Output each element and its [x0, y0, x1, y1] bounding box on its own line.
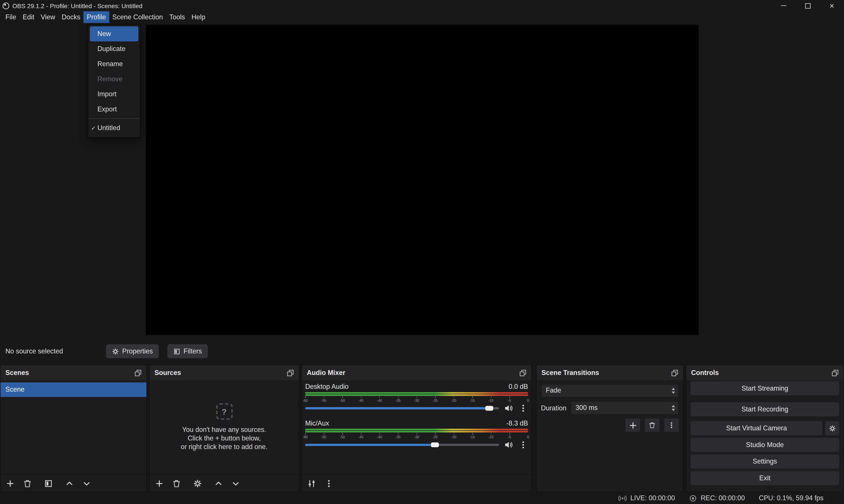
chevron-down-icon: [672, 392, 675, 394]
menu-item-duplicate[interactable]: Duplicate: [88, 41, 140, 56]
meter-scale: -60 -55 -50 -45 -40 -35 -30 -25 -20 -15 …: [305, 398, 528, 403]
add-scene-button[interactable]: [5, 479, 15, 488]
popout-icon[interactable]: [832, 369, 839, 376]
gear-icon: [112, 348, 119, 355]
audio-mixer-body: Desktop Audio 0.0 dB -60 -55 -50 -45 -40…: [302, 380, 531, 449]
sources-empty-area[interactable]: ? You don't have any sources. Click the …: [150, 380, 299, 474]
chevron-up-icon: [65, 479, 74, 487]
scene-list-item[interactable]: Scene: [0, 382, 146, 397]
audio-mixer-title: Audio Mixer: [307, 369, 345, 377]
titlebar[interactable]: OBS 29.1.2 - Profile: Untitled - Scenes:…: [0, 0, 844, 11]
duration-label: Duration: [541, 404, 567, 412]
source-status-label: No source selected: [5, 342, 63, 360]
checkmark-icon: ✓: [91, 121, 96, 136]
gear-icon: [193, 479, 202, 487]
menu-docks[interactable]: Docks: [58, 11, 84, 23]
source-properties-button[interactable]: [193, 479, 202, 488]
rec-time: REC: 00:00:00: [701, 494, 745, 502]
spin-arrows[interactable]: [672, 402, 675, 414]
scene-filters-button[interactable]: [43, 479, 53, 488]
select-arrows[interactable]: [672, 385, 675, 397]
duration-spinbox[interactable]: 300 ms: [571, 401, 679, 415]
tick-label: -50: [340, 398, 345, 402]
virtual-camera-config-button[interactable]: [825, 421, 839, 435]
mute-button[interactable]: [504, 440, 514, 450]
menu-scene-collection[interactable]: Scene Collection: [109, 11, 166, 23]
menu-file[interactable]: File: [2, 11, 20, 23]
slider-fill: [305, 407, 489, 410]
menu-item-import[interactable]: Import: [88, 87, 140, 102]
source-move-up-button[interactable]: [214, 479, 223, 488]
remove-source-button[interactable]: [172, 479, 181, 488]
controls-dock: Controls Start Streaming Start Recording…: [686, 365, 844, 492]
volume-slider[interactable]: [305, 404, 499, 413]
kebab-icon: [324, 479, 333, 487]
controls-dock-header[interactable]: Controls: [686, 365, 844, 380]
menu-separator: [89, 118, 139, 119]
menu-item-profile-untitled[interactable]: ✓ Untitled: [88, 121, 140, 136]
speaker-icon: [504, 404, 513, 413]
mute-button[interactable]: [504, 403, 514, 413]
menu-view[interactable]: View: [38, 11, 58, 23]
start-recording-button[interactable]: Start Recording: [690, 402, 839, 416]
scenes-dock-header[interactable]: Scenes: [0, 365, 146, 380]
menu-item-new[interactable]: New: [90, 26, 138, 41]
channel-options-button[interactable]: [518, 440, 528, 450]
popout-icon[interactable]: [520, 369, 526, 376]
scene-transitions-dock-header[interactable]: Scene Transitions: [537, 365, 683, 380]
remove-transition-button[interactable]: [645, 418, 659, 432]
start-virtual-camera-button[interactable]: Start Virtual Camera: [690, 421, 823, 435]
popout-icon[interactable]: [134, 369, 142, 376]
channel-options-button[interactable]: [518, 403, 528, 413]
slider-handle[interactable]: [431, 443, 439, 447]
audio-mixer-dock-header[interactable]: Audio Mixer: [302, 365, 531, 380]
filters-icon: [173, 348, 180, 355]
close-button[interactable]: ×: [820, 0, 844, 11]
volume-slider[interactable]: [305, 440, 499, 449]
transition-options-button[interactable]: [664, 418, 679, 432]
properties-button[interactable]: Properties: [106, 344, 159, 358]
advanced-audio-button[interactable]: [307, 479, 317, 488]
tick-label: 0: [527, 435, 529, 439]
start-streaming-button[interactable]: Start Streaming: [690, 381, 839, 395]
obs-window: OBS 29.1.2 - Profile: Untitled - Scenes:…: [0, 0, 844, 504]
transition-value: Fade: [546, 385, 561, 397]
source-move-down-button[interactable]: [231, 479, 240, 488]
transition-select[interactable]: Fade: [541, 384, 679, 397]
mixer-channel-desktop-audio: Desktop Audio 0.0 dB -60 -55 -50 -45 -40…: [305, 382, 528, 413]
studio-mode-button[interactable]: Studio Mode: [690, 438, 839, 452]
exit-button[interactable]: Exit: [690, 471, 839, 485]
menu-item-rename[interactable]: Rename: [88, 56, 140, 72]
popout-icon[interactable]: [671, 369, 678, 376]
minimize-button[interactable]: [771, 0, 795, 11]
tick-label: -55: [321, 435, 326, 439]
menu-edit[interactable]: Edit: [20, 11, 38, 23]
scenes-toolbar: [0, 474, 146, 491]
popout-icon[interactable]: [287, 369, 294, 376]
profile-menu-dropdown: New Duplicate Rename Remove Import Expor…: [88, 24, 141, 138]
tick-label: -45: [358, 398, 363, 402]
slider-handle[interactable]: [485, 406, 493, 411]
menu-profile[interactable]: Profile: [84, 11, 109, 23]
scene-move-up-button[interactable]: [65, 479, 74, 488]
channel-level-db: -8.3 dB: [506, 419, 528, 427]
remove-scene-button[interactable]: [23, 479, 32, 488]
filters-button[interactable]: Filters: [167, 344, 208, 358]
scene-transitions-title: Scene Transitions: [541, 369, 599, 377]
add-transition-button[interactable]: [626, 418, 640, 432]
filters-icon: [44, 479, 53, 487]
scene-move-down-button[interactable]: [82, 479, 91, 488]
sources-dock-header[interactable]: Sources: [150, 365, 299, 380]
empty-hint-line: Click the + button below,: [187, 434, 261, 443]
settings-button[interactable]: Settings: [690, 454, 839, 469]
menu-item-export[interactable]: Export: [88, 102, 140, 117]
mixer-options-button[interactable]: [324, 479, 334, 488]
chevron-up-icon: [672, 388, 675, 390]
menu-tools[interactable]: Tools: [166, 11, 188, 23]
maximize-button[interactable]: [796, 0, 820, 11]
controls-body: Start Streaming Start Recording Start Vi…: [686, 380, 844, 485]
preview-canvas[interactable]: [146, 25, 698, 335]
channel-level-db: 0.0 dB: [508, 383, 528, 390]
add-source-button[interactable]: [155, 479, 164, 488]
menu-help[interactable]: Help: [188, 11, 209, 23]
